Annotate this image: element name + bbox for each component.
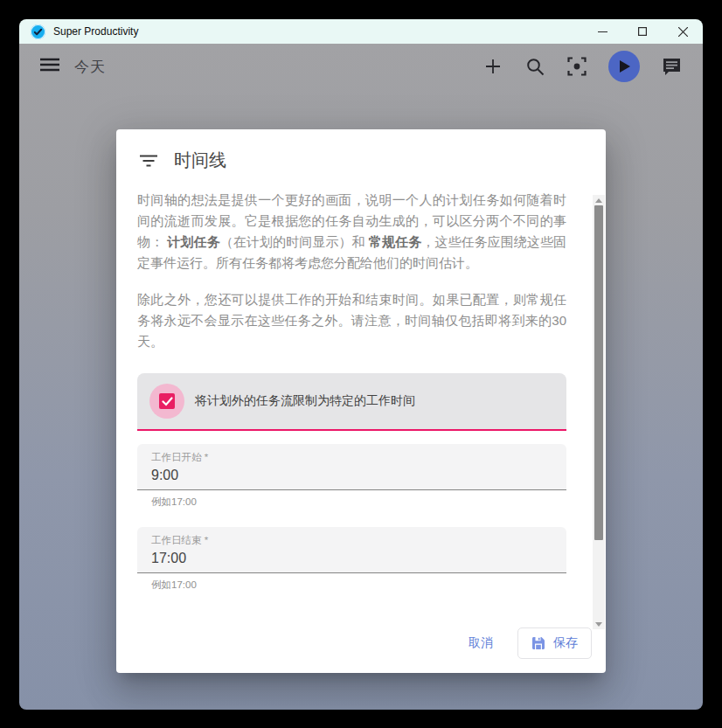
toolbar-actions <box>482 51 682 82</box>
cancel-button[interactable]: 取消 <box>453 627 509 659</box>
dialog-footer: 取消 保存 <box>116 622 606 673</box>
titlebar: Super Productivity <box>19 19 703 44</box>
main-toolbar: 今天 <box>19 44 703 89</box>
dialog-scrollbar[interactable] <box>593 195 605 629</box>
checkbox-label: 将计划外的任务流限制为特定的工作时间 <box>195 393 415 409</box>
save-button[interactable]: 保存 <box>517 627 592 659</box>
work-end-value: 17:00 <box>151 551 552 566</box>
dialog-content: 时间轴的想法是提供一个更好的画面，说明一个人的计划任务如何随着时间的流逝而发展。… <box>116 181 606 622</box>
work-start-label: 工作日开始 * <box>151 451 552 464</box>
timeline-settings-dialog: 时间线 时间轴的想法是提供一个更好的画面，说明一个人的计划任务如何随着时间的流逝… <box>116 129 606 673</box>
bold-scheduled-tasks: 计划任务 <box>167 234 219 249</box>
page-title: 今天 <box>74 57 106 77</box>
work-end-field-group: 工作日结束 * 17:00 例如17:00 <box>137 527 566 592</box>
dialog-title: 时间线 <box>174 149 226 172</box>
play-icon <box>618 59 631 73</box>
intro-paragraph-2: 除此之外，您还可以提供工作的开始和结束时间。如果已配置，则常规任务将永远不会显示… <box>137 289 566 352</box>
notes-icon[interactable] <box>661 56 682 77</box>
focus-mode-icon[interactable] <box>566 56 587 77</box>
checkbox-checked-icon[interactable] <box>159 393 175 409</box>
checkbox-ripple <box>149 384 184 419</box>
bold-regular-tasks: 常规任务 <box>369 234 421 249</box>
save-icon <box>531 636 545 650</box>
work-hours-checkbox-row[interactable]: 将计划外的任务流限制为特定的工作时间 <box>137 373 566 431</box>
maximize-button[interactable] <box>622 19 663 44</box>
save-button-label: 保存 <box>553 635 578 651</box>
scrollbar-thumb[interactable] <box>594 205 603 540</box>
app-backdrop: 今天 <box>19 44 703 710</box>
window-controls <box>582 19 703 44</box>
search-icon[interactable] <box>524 56 545 77</box>
work-start-value: 9:00 <box>151 468 552 483</box>
menu-icon[interactable] <box>40 58 59 75</box>
work-start-input[interactable]: 工作日开始 * 9:00 <box>137 444 566 490</box>
close-button[interactable] <box>663 19 703 44</box>
work-start-field-group: 工作日开始 * 9:00 例如17:00 <box>137 444 566 509</box>
app-window: Super Productivity 今天 <box>19 19 703 710</box>
window-title: Super Productivity <box>53 25 138 38</box>
dialog-header: 时间线 <box>116 129 606 181</box>
intro-paragraph-1: 时间轴的想法是提供一个更好的画面，说明一个人的计划任务如何随着时间的流逝而发展。… <box>137 190 566 274</box>
minimize-button[interactable] <box>582 19 622 44</box>
play-button[interactable] <box>608 51 640 82</box>
work-end-label: 工作日结束 * <box>151 534 552 547</box>
work-end-input[interactable]: 工作日结束 * 17:00 <box>137 527 566 573</box>
scrollbar-down-icon[interactable] <box>593 619 605 629</box>
scrollbar-track[interactable] <box>593 205 605 619</box>
filter-icon <box>140 155 157 167</box>
scrollbar-up-icon[interactable] <box>593 195 605 205</box>
work-start-hint: 例如17:00 <box>151 496 552 509</box>
work-end-hint: 例如17:00 <box>151 579 552 592</box>
app-logo-icon <box>31 24 45 39</box>
add-icon[interactable] <box>482 56 503 77</box>
